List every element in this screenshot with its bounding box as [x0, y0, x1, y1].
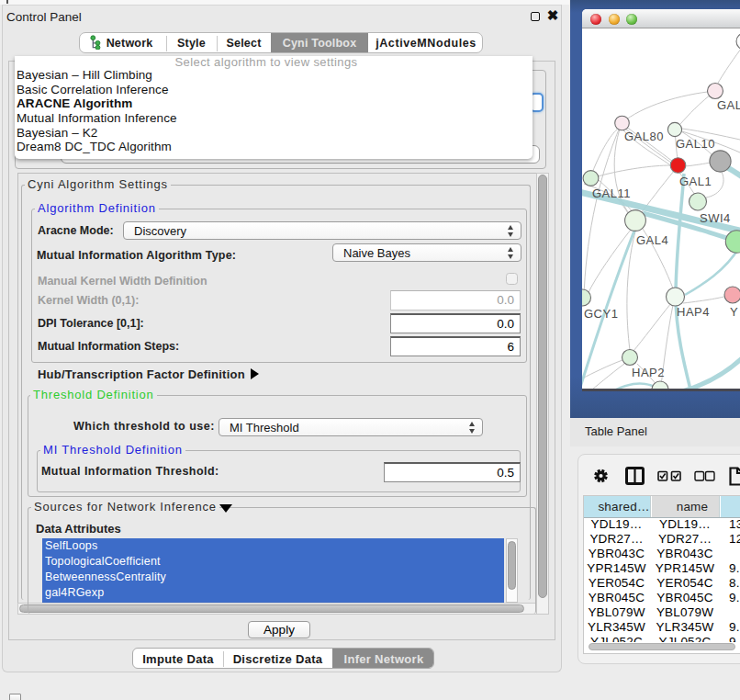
svg-text:Y: Y	[730, 305, 738, 319]
svg-text:GCY1: GCY1	[584, 307, 618, 321]
svg-text:SWI4: SWI4	[700, 211, 731, 225]
svg-text:GAL1: GAL1	[679, 175, 712, 188]
svg-text:GAL11: GAL11	[592, 186, 631, 200]
svg-text:GAL10: GAL10	[676, 137, 715, 151]
svg-text:GAL80: GAL80	[624, 130, 664, 143]
svg-text:HAP2: HAP2	[632, 366, 665, 379]
svg-text:GAL4: GAL4	[636, 233, 668, 247]
svg-text:HAP4: HAP4	[677, 305, 710, 319]
svg-text:GAL…: GAL…	[717, 98, 740, 112]
